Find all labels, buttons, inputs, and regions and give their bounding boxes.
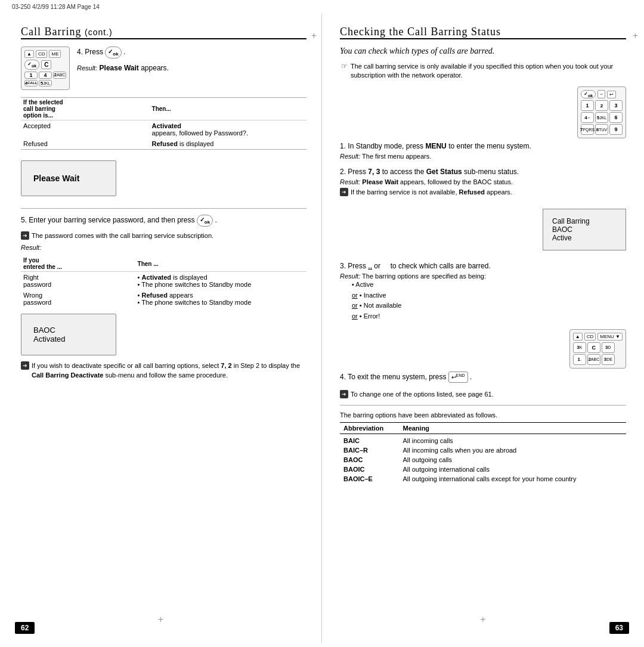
abbr-baic: BAIC — [340, 434, 399, 446]
abbr-row-baic-r: BAIC–R All incoming calls when you are a… — [340, 445, 626, 455]
right-phone-diagram-2-container: ▲ CD MENU ▼ 3K C 3D 1. 2ABC 3DE — [340, 329, 626, 369]
print-header: 03-250 4/2/99 11:28 AM Page 14 — [0, 0, 644, 14]
right-subtitle: You can check which types of calls are b… — [340, 47, 626, 56]
meaning-baoic-e: All outgoing international calls except … — [399, 474, 626, 484]
cross-mark-top-right: + — [311, 30, 317, 41]
table2-row1-result: • Activated is displayed • The phone swi… — [135, 272, 306, 290]
keypad-right-2: 3K C 3D 1. 2ABC 3DE — [573, 342, 623, 365]
key-ok-large: ✓ok — [24, 60, 39, 70]
abbr-row-baic: BAIC All incoming calls — [340, 434, 626, 446]
key-4-area: 4 — [39, 72, 52, 79]
key-menu-r2: MENU ▼ — [597, 333, 623, 340]
abbr-baoc: BAOC — [340, 455, 399, 465]
ok-button-step5: ✓ok — [197, 215, 213, 227]
right-step4: 4. To exit the menu system, press ↩END . — [340, 372, 626, 383]
table1-header-condition: If the selectedcall barringoption is... — [21, 97, 150, 120]
abbr-col-header: Abbreviation — [340, 423, 399, 434]
key-r2-2abc: 2ABC — [587, 354, 600, 365]
step3-para: 3. Press ,, or to check which calls are … — [340, 261, 626, 271]
key-r1-1: 1 — [581, 100, 594, 111]
phone-box-top: ▲ CD ME ✓ok C 1 4 2ABC — [21, 47, 70, 90]
right-phone-diagram-1-container: ✓ok ⌣ ↩ 1 2 3 4⌣ 5JKL 6 7PQRS 8TUV 9 — [340, 86, 626, 139]
cross-mark-bottom-center-left: + — [158, 614, 163, 625]
note-marker-intro: ☞ — [340, 62, 348, 70]
key-r2-1: 1. — [573, 354, 586, 365]
step5-para: 5. Enter your barring service password, … — [21, 215, 306, 227]
barring-options-list: • Active or • Inactive or • Not availabl… — [352, 280, 626, 321]
option-error: or • Error! — [352, 311, 626, 322]
keypad-right-1: 1 2 3 4⌣ 5JKL 6 7PQRS 8TUV 9 — [581, 100, 623, 135]
cross-mark-top-right-col: + — [633, 30, 638, 41]
table2-header-condition: If youentered the ... — [21, 256, 135, 272]
header-text: 03-250 4/2/99 11:28 AM Page 14 — [12, 4, 100, 10]
key-r1-6: 6 — [609, 112, 623, 123]
result2-label: Result: — [21, 244, 306, 251]
result3-right: Result: The barring options are specifie… — [340, 273, 626, 280]
key-r1-9: 9 — [609, 124, 623, 135]
key-r1-5: 5JKL — [595, 112, 608, 123]
keypad-top: 1 4 2ABC 4CALL 5JKL — [24, 72, 66, 86]
right-step1: 1. In Standby mode, press MENU to enter … — [340, 141, 626, 160]
result2-right: Result: Please Wait appears, followed by… — [340, 178, 626, 185]
abbr-baic-r: BAIC–R — [340, 445, 399, 455]
key-c: C — [41, 60, 51, 69]
table1-row2-result: Refused is displayed — [150, 138, 306, 150]
abbr-baoic: BAOIC — [340, 465, 399, 474]
table1-header-result: Then... — [150, 97, 306, 120]
intro-note-text: The call barring service is only availab… — [351, 62, 626, 81]
end-button-icon: ↩END — [448, 372, 468, 383]
note2-text: If you wish to deactivate specific or al… — [32, 361, 306, 380]
table2-row2-condition: Wrongpassword — [21, 290, 135, 308]
table1-row1-condition: Accepted — [21, 120, 150, 138]
key-end-r1: ↩ — [607, 91, 616, 98]
table2-row1-condition: Rightpassword — [21, 272, 135, 290]
note-marker-1: ➔ — [21, 231, 29, 240]
meaning-col-header: Meaning — [399, 423, 626, 434]
right-step2: 2. Press 7, 3 to access the Get Status s… — [340, 167, 626, 197]
page-number-left: 62 — [15, 622, 35, 634]
key-cd2-r2: CD — [584, 333, 596, 340]
call-barring-screen: Call Barring BAOC Active — [543, 209, 626, 250]
option-inactive: or • Inactive — [352, 290, 626, 301]
step4-area: ▲ CD ME ✓ok C 1 4 2ABC — [21, 47, 306, 95]
phone-diagram-right-1: ✓ok ⌣ ↩ 1 2 3 4⌣ 5JKL 6 7PQRS 8TUV 9 — [577, 86, 626, 139]
phone-diagram-top: ▲ CD ME ✓ok C 1 4 2ABC — [21, 47, 70, 90]
option-active: • Active — [352, 280, 626, 290]
table2-row2-result: • Refused appears • The phone switches t… — [135, 290, 306, 308]
key-r2-3de: 3DE — [602, 354, 615, 365]
table2-header-result: Then ... — [135, 256, 306, 272]
baoc-screen: BAOC Activated — [21, 314, 116, 355]
key-cd: CD — [36, 50, 48, 58]
option-not-available: or • Not available — [352, 301, 626, 311]
left-column: + Call Barring (cont.) ▲ CD ME — [0, 14, 322, 643]
condition-table-2: If youentered the ... Then ... Rightpass… — [21, 256, 306, 308]
left-section-title-area: Call Barring (cont.) — [21, 26, 306, 39]
right-note2: ➔ If the barring service is not availabl… — [340, 188, 626, 197]
key-v-r1: ⌣ — [597, 90, 605, 98]
abbr-row-baoic: BAOIC All outgoing international calls — [340, 465, 626, 474]
meaning-baoc: All outgoing calls — [399, 455, 626, 465]
right-title: Checking the Call Barring Status — [340, 26, 501, 38]
step2-para: 2. Press 7, 3 to access the Get Status s… — [340, 167, 626, 177]
abbreviation-table: Abbreviation Meaning BAIC All incoming c… — [340, 422, 626, 484]
intro-note: ☞ The call barring service is only avail… — [340, 62, 626, 81]
key-r1-7: 7PQRS — [581, 124, 594, 135]
page-number-right: 63 — [609, 622, 629, 634]
ok-button-inline: ✓ok — [105, 47, 121, 58]
note-marker-2: ➔ — [21, 361, 29, 370]
right-column: + Checking the Call Barring Status You c… — [322, 14, 644, 643]
key-r1-4: 4⌣ — [581, 112, 594, 123]
divider-1 — [21, 208, 306, 209]
right-note2-text: If the barring service is not available,… — [351, 188, 512, 197]
note-marker-right3: ➔ — [340, 390, 348, 398]
left-title: Call Barring (cont.) — [21, 26, 113, 38]
key-r2-c: C — [587, 342, 600, 353]
key-r1-8: 8TUV — [595, 124, 608, 135]
result1-right: Result: The first menu appears. — [340, 153, 626, 160]
step4-right-para: 4. To exit the menu system, press ↩END . — [340, 372, 626, 383]
key-cd-r2: ▲ — [573, 333, 583, 340]
abbr-row-baoc: BAOC All outgoing calls — [340, 455, 626, 465]
key-1: 1 — [24, 72, 38, 79]
condition-table-1: If the selectedcall barringoption is... … — [21, 97, 306, 150]
key-r1-2: 2 — [595, 100, 608, 111]
